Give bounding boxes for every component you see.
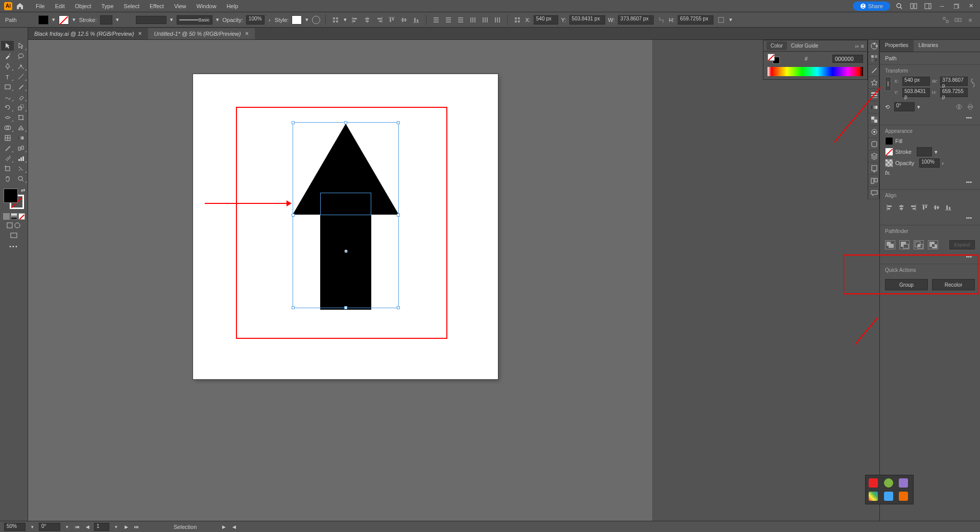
dist-top-icon[interactable] — [432, 15, 441, 25]
fill-dropdown[interactable]: ▾ — [52, 16, 56, 24]
minimize-icon[interactable]: ─ — [937, 1, 947, 11]
prop-h-input[interactable]: 659.7255 p — [940, 88, 968, 97]
libraries-tab[interactable]: Libraries — [914, 40, 943, 52]
opacity-slider-icon[interactable]: › — [268, 16, 272, 24]
panel-menu-icon[interactable]: ≡ — [966, 15, 975, 25]
tab-close-icon[interactable]: × — [245, 30, 249, 37]
document-tab[interactable]: Untitled-1* @ 50 % (RGB/Preview) × — [148, 28, 255, 39]
stroke-swatch-dropdown[interactable]: ▾ — [72, 16, 76, 24]
opacity-input[interactable]: 100% — [919, 158, 940, 168]
app-icon[interactable] — [899, 492, 908, 501]
menu-file[interactable]: File — [31, 1, 50, 11]
rotation-input[interactable]: 0° — [39, 523, 60, 531]
menu-effect[interactable]: Effect — [145, 1, 169, 11]
home-icon[interactable] — [15, 2, 25, 11]
dist-vcenter-icon[interactable] — [444, 15, 453, 25]
h-input[interactable]: 659.7255 px — [678, 15, 713, 25]
transparency-icon[interactable] — [868, 113, 880, 126]
document-tab[interactable]: Black friday.ai @ 12.5 % (RGB/Preview) × — [28, 28, 148, 39]
search-icon[interactable] — [894, 1, 904, 11]
color-fill-stroke-mini[interactable] — [768, 54, 780, 64]
prev-artboard-icon[interactable]: ◀ — [84, 523, 91, 530]
menu-type[interactable]: Type — [97, 1, 119, 11]
link-wh-icon[interactable] — [971, 77, 975, 89]
w-input[interactable]: 373.8607 px — [618, 15, 654, 25]
pathfinder-intersect-icon[interactable] — [914, 240, 924, 249]
align-vcenter-icon[interactable] — [399, 15, 409, 25]
align-left-icon[interactable] — [885, 203, 894, 212]
isolate-icon[interactable] — [941, 15, 950, 25]
stroke-weight-input[interactable] — [100, 15, 112, 25]
panel-menu-icon[interactable]: ≡ — [861, 43, 864, 49]
layers-icon[interactable] — [868, 150, 880, 163]
opacity-input[interactable]: 100% — [246, 15, 265, 25]
gradient-panel-icon[interactable] — [868, 101, 880, 113]
more-options-icon[interactable]: ••• — [885, 113, 975, 122]
app-icon[interactable] — [884, 478, 893, 488]
workspace-icon[interactable] — [923, 1, 933, 11]
rotate-dropdown[interactable]: ▾ — [917, 103, 921, 110]
align-bottom-icon[interactable] — [412, 15, 421, 25]
y-input[interactable]: 503.8431 px — [569, 15, 605, 25]
dist-right-icon[interactable] — [493, 15, 502, 25]
reference-point-grid[interactable] — [885, 77, 891, 91]
app-icon[interactable] — [869, 478, 878, 488]
collapse-icon[interactable]: ›› — [855, 43, 858, 49]
brush-definition[interactable]: Basic — [177, 15, 212, 25]
opacity-swatch[interactable] — [885, 159, 893, 167]
pathfinder-exclude-icon[interactable] — [928, 240, 938, 249]
menu-window[interactable]: Window — [192, 1, 222, 11]
align-vcenter-icon[interactable] — [932, 203, 941, 212]
zoom-input[interactable]: 50% — [4, 523, 26, 531]
zoom-dropdown[interactable]: ▾ — [29, 523, 36, 530]
rotate-input[interactable]: 0° — [894, 102, 915, 111]
brushes-icon[interactable] — [868, 64, 880, 77]
more-options-icon[interactable]: ••• — [885, 178, 975, 186]
share-button[interactable]: Share — [853, 2, 890, 11]
style-dropdown[interactable]: ▾ — [305, 16, 309, 24]
fill-swatch[interactable] — [38, 15, 49, 25]
hex-input[interactable]: 000000 — [832, 55, 863, 63]
app-icon[interactable] — [869, 492, 878, 501]
x-input[interactable]: 540 px — [534, 15, 558, 25]
color-tab[interactable]: Color — [767, 41, 787, 50]
prop-y-input[interactable]: 503.8431 p — [902, 88, 930, 97]
fx-label[interactable]: fx. — [885, 170, 891, 176]
recolor-icon[interactable] — [312, 16, 320, 24]
variable-width-profile[interactable] — [136, 16, 166, 24]
menu-help[interactable]: Help — [222, 1, 244, 11]
graphic-style[interactable] — [292, 15, 302, 25]
app-icon[interactable] — [884, 492, 893, 501]
stroke-swatch[interactable] — [59, 15, 69, 25]
close-icon[interactable]: ✕ — [966, 1, 976, 11]
appearance-icon[interactable] — [868, 126, 880, 138]
more-options-icon[interactable]: ••• — [885, 214, 975, 222]
next-artboard-icon[interactable]: ▶ — [123, 523, 130, 530]
first-artboard-icon[interactable]: ⏮ — [74, 523, 81, 530]
align-right-icon[interactable] — [909, 203, 918, 212]
symbols-icon[interactable] — [868, 77, 880, 89]
menu-view[interactable]: View — [169, 1, 192, 11]
dist-left-icon[interactable] — [468, 15, 477, 25]
stroke-color-swatch[interactable] — [885, 148, 893, 156]
color-spectrum[interactable] — [768, 67, 863, 76]
prev-icon[interactable]: ◀ — [230, 523, 237, 530]
prop-w-input[interactable]: 373.8607 p — [940, 77, 968, 86]
tab-close-icon[interactable]: × — [138, 30, 142, 37]
play-icon[interactable]: ▶ — [220, 523, 227, 530]
menu-object[interactable]: Object — [70, 1, 97, 11]
vwp-dropdown[interactable]: ▾ — [170, 16, 174, 24]
menu-select[interactable]: Select — [118, 1, 145, 11]
stroke-wt-dropdown[interactable]: ▾ — [934, 148, 938, 155]
align-hcenter-icon[interactable] — [363, 15, 372, 25]
stroke-weight-dropdown[interactable]: ▾ — [115, 16, 119, 24]
dist-hcenter-icon[interactable] — [481, 15, 490, 25]
properties-tab[interactable]: Properties — [880, 40, 914, 52]
align-to-dropdown[interactable]: ▾ — [343, 16, 347, 24]
pathfinder-unite-icon[interactable] — [885, 240, 895, 249]
align-top-icon[interactable] — [387, 15, 396, 25]
color-themes-icon[interactable] — [868, 40, 880, 52]
comments-icon[interactable] — [868, 187, 880, 199]
align-top-icon[interactable] — [920, 203, 929, 212]
arrange-icon[interactable] — [909, 1, 919, 11]
